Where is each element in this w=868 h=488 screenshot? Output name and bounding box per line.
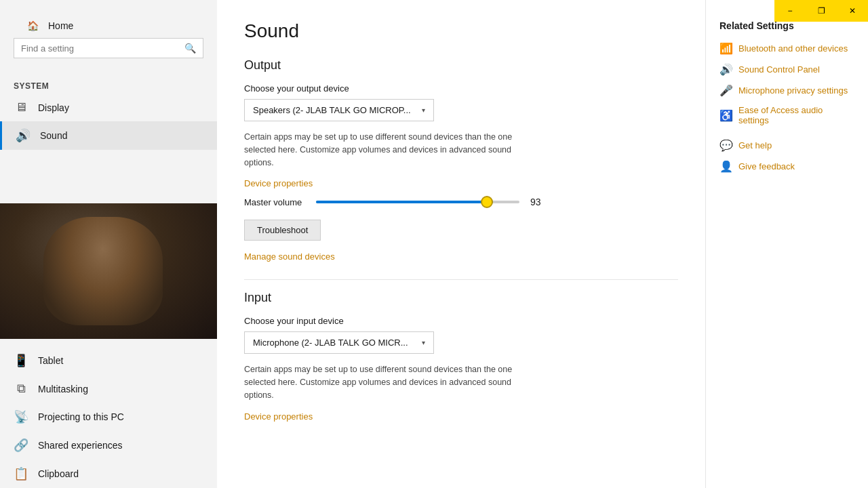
ease-access-icon: ♿: [719, 109, 733, 122]
sidebar-item-tablet[interactable]: 📱 Tablet: [0, 346, 217, 375]
sidebar-item-label: Clipboard: [38, 468, 79, 479]
help-section: 💬 Get help 👤 Give feedback: [719, 139, 854, 173]
volume-value: 93: [530, 197, 551, 207]
sound-panel-icon: 🔊: [719, 63, 733, 76]
sidebar-item-sound[interactable]: 🔊 Sound: [0, 121, 217, 150]
give-feedback-link[interactable]: 👤 Give feedback: [719, 160, 854, 173]
output-device-label: Choose your output device: [244, 83, 678, 94]
feedback-icon: 👤: [719, 160, 733, 173]
sidebar-item-label: Tablet: [38, 355, 63, 366]
troubleshoot-button[interactable]: Troubleshoot: [244, 220, 321, 241]
related-link-label: Sound Control Panel: [738, 64, 820, 75]
related-link-bluetooth[interactable]: 📶 Bluetooth and other devices: [719, 42, 854, 55]
multitasking-icon: ⧉: [14, 382, 28, 396]
sidebar-item-label: Multitasking: [38, 384, 88, 394]
related-link-label: Microphone privacy settings: [738, 85, 848, 96]
input-device-properties-link[interactable]: Device properties: [244, 411, 313, 422]
sidebar-item-home[interactable]: 🏠 Home: [14, 14, 203, 38]
tablet-icon: 📱: [14, 353, 28, 368]
input-device-dropdown[interactable]: Microphone (2- JLAB TALK GO MICR... ▾: [244, 331, 434, 354]
chevron-down-icon: ▾: [422, 339, 425, 346]
webcam-feed: [0, 203, 217, 339]
home-icon: 🏠: [27, 20, 39, 31]
output-section-title: Output: [244, 58, 678, 73]
related-settings-title: Related Settings: [719, 20, 854, 31]
chevron-down-icon: ▾: [422, 106, 425, 114]
titlebar: − ❐ ✕: [774, 0, 868, 22]
search-box: 🔍: [14, 38, 203, 58]
volume-row: Master volume 93: [244, 195, 678, 209]
projecting-icon: 📡: [14, 409, 28, 424]
slider-fill: [316, 201, 493, 203]
output-info-text: Certain apps may be set up to use differ…: [244, 131, 542, 169]
bluetooth-icon: 📶: [719, 42, 733, 55]
clipboard-icon: 📋: [14, 466, 28, 481]
page-title: Sound: [244, 20, 678, 42]
microphone-icon: 🎤: [719, 84, 733, 97]
output-device-dropdown[interactable]: Speakers (2- JLAB TALK GO MICROP... ▾: [244, 99, 434, 121]
sidebar-item-label: Shared experiences: [38, 440, 123, 451]
get-help-link[interactable]: 💬 Get help: [719, 139, 854, 152]
sidebar-item-multitasking[interactable]: ⧉ Multitasking: [0, 375, 217, 403]
input-section-title: Input: [244, 291, 678, 305]
related-link-sound-panel[interactable]: 🔊 Sound Control Panel: [719, 63, 854, 76]
sidebar-item-label: Sound: [40, 130, 67, 141]
restore-button[interactable]: ❐: [806, 0, 837, 22]
shared-icon: 🔗: [14, 438, 28, 453]
minimize-button[interactable]: −: [774, 0, 806, 22]
help-icon: 💬: [719, 139, 733, 152]
input-device-label: Choose your input device: [244, 316, 678, 326]
search-icon: 🔍: [184, 43, 196, 54]
sidebar-item-label: Projecting to this PC: [38, 411, 124, 422]
input-device-value: Microphone (2- JLAB TALK GO MICR...: [253, 338, 408, 348]
right-panel: Related Settings 📶 Bluetooth and other d…: [705, 0, 868, 488]
output-device-value: Speakers (2- JLAB TALK GO MICROP...: [253, 105, 411, 115]
sidebar-header: 🏠 Home 🔍: [0, 0, 217, 72]
feedback-link-label: Give feedback: [738, 161, 795, 171]
sidebar-item-clipboard[interactable]: 📋 Clipboard: [0, 460, 217, 488]
related-link-label: Bluetooth and other devices: [738, 43, 848, 54]
sidebar: 🏠 Home 🔍 System 🖥 Display 🔊 Sound: [0, 0, 217, 488]
sidebar-item-display[interactable]: 🖥 Display: [0, 94, 217, 121]
sidebar-item-label: Display: [38, 102, 69, 113]
related-link-ease-access[interactable]: ♿ Ease of Access audio settings: [719, 105, 854, 125]
help-link-label: Get help: [738, 140, 772, 150]
sidebar-item-shared[interactable]: 🔗 Shared experiences: [0, 431, 217, 460]
section-divider: [244, 279, 678, 280]
manage-sound-devices-link[interactable]: Manage sound devices: [244, 251, 335, 262]
volume-slider[interactable]: [316, 195, 519, 209]
main-content: Sound Output Choose your output device S…: [217, 0, 705, 488]
display-icon: 🖥: [14, 100, 28, 115]
webcam-person: [0, 203, 217, 339]
sidebar-home-label: Home: [48, 20, 73, 31]
related-link-microphone-privacy[interactable]: 🎤 Microphone privacy settings: [719, 84, 854, 97]
sidebar-item-projecting[interactable]: 📡 Projecting to this PC: [0, 403, 217, 431]
close-button[interactable]: ✕: [837, 0, 868, 22]
related-link-label: Ease of Access audio settings: [738, 105, 854, 125]
output-device-properties-link[interactable]: Device properties: [244, 178, 313, 188]
system-section-header: System: [0, 72, 217, 94]
search-input[interactable]: [21, 43, 184, 54]
volume-label: Master volume: [244, 197, 305, 207]
input-info-text: Certain apps may be set up to use differ…: [244, 363, 542, 401]
slider-thumb[interactable]: [481, 196, 493, 208]
sound-icon: 🔊: [16, 128, 31, 143]
